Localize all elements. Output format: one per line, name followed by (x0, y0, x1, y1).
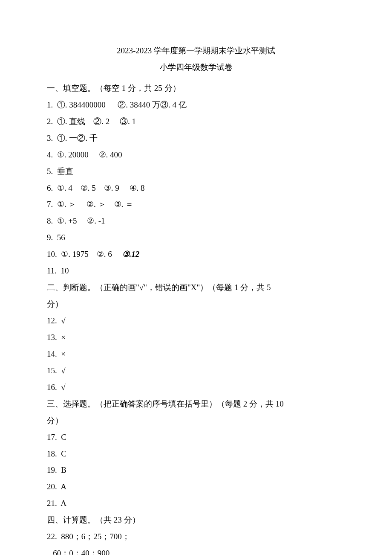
question-7: 7. ①. ＞ ②. ＞ ③. ＝ (47, 196, 345, 213)
question-18: 18. C (47, 446, 345, 462)
question-4: 4. ①. 20000 ②. 400 (47, 147, 345, 163)
question-8: 8. ①. +5 ②. -1 (47, 213, 345, 230)
question-11: 11. 10 (47, 263, 345, 279)
section-3-heading-line2: 分） (47, 413, 345, 429)
question-19: 19. B (47, 462, 345, 479)
question-17: 17. C (47, 429, 345, 446)
question-13: 13. × (47, 329, 345, 346)
question-5: 5. 垂直 (47, 163, 345, 180)
question-2: 2. ①. 直线 ②. 2 ③. 1 (47, 113, 345, 130)
section-2-heading-line1: 二、判断题。（正确的画"√"，错误的画"X"）（每题 1 分，共 5 (47, 279, 345, 296)
section-1-heading: 一、填空题。（每空 1 分，共 25 分） (47, 80, 345, 97)
question-10-part-a: 10. ①. 1975 ②. 6 (47, 250, 122, 259)
page-title-1: 2023-2023 学年度第一学期期末学业水平测试 (47, 43, 345, 59)
question-22-line1: 22. 880；6；25；700； (47, 529, 345, 545)
question-12: 12. √ (47, 313, 345, 329)
question-14: 14. × (47, 346, 345, 363)
question-10-part-b: ③.12 (122, 250, 140, 259)
section-2-heading-line2: 分） (47, 296, 345, 313)
question-20: 20. A (47, 479, 345, 495)
question-21: 21. A (47, 495, 345, 512)
question-15: 15. √ (47, 363, 345, 379)
question-16: 16. √ (47, 379, 345, 396)
question-1: 1. ①. 384400000 ②. 38440 万③. 4 亿 (47, 97, 345, 113)
question-9: 9. 56 (47, 230, 345, 246)
question-3: 3. ①. 一②. 千 (47, 130, 345, 147)
section-4-heading: 四、计算题。（共 23 分） (47, 512, 345, 529)
question-6: 6. ①. 4 ②. 5 ③. 9 ④. 8 (47, 180, 345, 197)
question-22-line2: 60；0；40；900 (47, 545, 345, 555)
document-page: 2023-2023 学年度第一学期期末学业水平测试 小学四年级数学试卷 一、填空… (0, 0, 392, 555)
section-3-heading-line1: 三、选择题。（把正确答案的序号填在括号里）（每题 2 分，共 10 (47, 396, 345, 413)
page-title-2: 小学四年级数学试卷 (47, 59, 345, 76)
question-10: 10. ①. 1975 ②. 6 ③.12 (47, 246, 345, 263)
